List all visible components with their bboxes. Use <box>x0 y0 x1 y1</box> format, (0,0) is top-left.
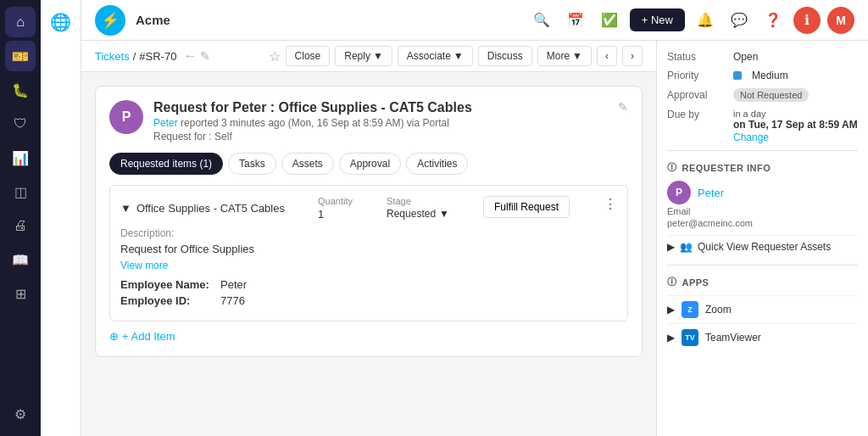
sidebar-icon-grid[interactable]: ⊞ <box>5 278 36 309</box>
item-cols: Quantity 1 Stage Requested ▼ <box>318 196 617 221</box>
requester-row: P Peter <box>667 181 858 204</box>
quantity-col: Quantity 1 <box>318 196 353 221</box>
ticket-avatar: P <box>109 100 143 134</box>
view-more-link[interactable]: View more <box>120 260 168 271</box>
due-by-row: Due by in a day on Tue, 17 Sep at 8:59 A… <box>667 109 858 143</box>
nav-chevron[interactable]: ‹ <box>597 46 617 66</box>
due-in-text: in a day <box>733 109 858 119</box>
breadcrumb-bar: Tickets / #SR-70 ← ✎ ☆ Close Reply ▼ Ass… <box>81 41 656 72</box>
stage-col: Stage Requested ▼ <box>387 196 449 220</box>
reply-chevron-icon: ▼ <box>373 50 383 62</box>
breadcrumb-tickets[interactable]: Tickets <box>95 50 130 63</box>
breadcrumb-current: #SR-70 <box>139 50 176 63</box>
search-icon[interactable]: 🔍 <box>528 7 555 34</box>
sidebar-icon-layers[interactable]: ◫ <box>5 176 36 207</box>
topbar: ⚡ Acme 🔍 📅 ✅ + New 🔔 💬 ❓ ℹ M <box>81 0 868 41</box>
sidebar-icon-print[interactable]: 🖨 <box>5 210 36 241</box>
requester-name[interactable]: Peter <box>698 187 724 199</box>
content-area: Tickets / #SR-70 ← ✎ ☆ Close Reply ▼ Ass… <box>81 41 868 436</box>
divider-1 <box>667 150 858 151</box>
main-panel: Tickets / #SR-70 ← ✎ ☆ Close Reply ▼ Ass… <box>81 41 656 436</box>
nav-chevron-right[interactable]: › <box>622 46 643 66</box>
ticket-info: Request for Peter : Office Supplies - CA… <box>153 100 608 143</box>
ticket-scroll: P Request for Peter : Office Supplies - … <box>81 72 656 436</box>
item-desc-label: Description: <box>120 227 617 239</box>
more-button[interactable]: More ▼ <box>537 46 592 66</box>
right-panel: Status Open Priority Medium Approval Not… <box>656 41 868 436</box>
zoom-app-row[interactable]: ▶ Z Zoom <box>667 295 858 323</box>
employee-id-field: Employee ID: 7776 <box>120 294 617 307</box>
approval-badge: Not Requested <box>733 88 809 102</box>
ticket-meta: Peter reported 3 minutes ago (Mon, 16 Se… <box>153 117 608 129</box>
item-card: ▼ Office Supplies - CAT5 Cables Quantity… <box>109 185 628 321</box>
bell-icon[interactable]: 🔔 <box>692 7 719 34</box>
expand-tv-icon: ▶ <box>667 332 675 344</box>
item-title: ▼ Office Supplies - CAT5 Cables <box>120 202 285 215</box>
priority-row: Priority Medium <box>667 70 858 81</box>
task-icon[interactable]: ✅ <box>596 7 623 34</box>
sidebar-icon-ticket[interactable]: 🎫 <box>5 41 36 71</box>
back-icon[interactable]: ← <box>183 48 197 64</box>
breadcrumb-separator: / <box>133 50 136 63</box>
ticket-title: Request for Peter : Office Supplies - CA… <box>153 100 608 115</box>
priority-label: Priority <box>667 70 726 81</box>
reply-button[interactable]: Reply ▼ <box>335 46 392 66</box>
item-fields: Employee Name: Peter Employee ID: 7776 <box>120 278 617 307</box>
due-date-text: on Tue, 17 Sep at 8:59 AM <box>733 119 858 131</box>
topbar-right: 🔍 📅 ✅ + New 🔔 💬 ❓ ℹ M <box>528 7 854 34</box>
tabs: Requested items (1) Tasks Assets Approva… <box>109 153 628 175</box>
breadcrumb: Tickets / #SR-70 ← ✎ <box>95 48 210 64</box>
item-more-button[interactable]: ⋮ <box>604 196 617 212</box>
new-button[interactable]: + New <box>630 8 685 31</box>
user-avatar[interactable]: M <box>827 7 854 34</box>
item-chevron-icon[interactable]: ▼ <box>120 202 131 215</box>
sidebar-icon-bug[interactable]: 🐛 <box>5 75 36 105</box>
requester-avatar: P <box>667 181 691 204</box>
ticket-card: P Request for Peter : Office Supplies - … <box>95 86 643 357</box>
teamviewer-app-row[interactable]: ▶ TV TeamViewer <box>667 323 858 351</box>
tab-assets[interactable]: Assets <box>281 153 334 175</box>
due-by-label: Due by <box>667 109 726 120</box>
sidebar-icon-home[interactable]: ⌂ <box>5 7 36 37</box>
sidebar-globe-icon[interactable]: 🌐 <box>46 7 76 37</box>
priority-value: Medium <box>752 70 788 81</box>
tab-approval[interactable]: Approval <box>339 153 401 175</box>
sidebar-second: 🌐 <box>41 0 81 436</box>
tab-requested-items[interactable]: Requested items (1) <box>109 153 223 175</box>
sidebar-icon-settings[interactable]: ⚙ <box>5 399 36 429</box>
tab-activities[interactable]: Activities <box>406 153 468 175</box>
employee-name-field: Employee Name: Peter <box>120 278 617 291</box>
breadcrumb-actions: ☆ Close Reply ▼ Associate ▼ Discuss More… <box>269 46 643 66</box>
status-row: Status Open <box>667 51 858 63</box>
star-button[interactable]: ☆ <box>269 48 281 64</box>
teamviewer-icon: TV <box>682 329 698 346</box>
sidebar-left: ⌂ 🎫 🐛 🛡 📊 ◫ 🖨 📖 ⊞ ⚙ <box>0 0 41 436</box>
associate-button[interactable]: Associate ▼ <box>398 46 473 66</box>
reporter-link[interactable]: Peter <box>153 117 178 129</box>
stage-chevron-icon[interactable]: ▼ <box>439 208 449 220</box>
help-icon[interactable]: ❓ <box>760 7 787 34</box>
discuss-button[interactable]: Discuss <box>478 46 532 66</box>
change-link[interactable]: Change <box>733 131 769 143</box>
app-name: Acme <box>136 13 170 27</box>
item-header: ▼ Office Supplies - CAT5 Cables Quantity… <box>120 196 617 221</box>
chat-icon[interactable]: 💬 <box>726 7 753 34</box>
sidebar-icon-shield[interactable]: 🛡 <box>5 109 36 139</box>
tab-tasks[interactable]: Tasks <box>228 153 276 175</box>
ticket-edit-icon[interactable]: ✎ <box>618 100 628 114</box>
edit-pencil-icon[interactable]: ✎ <box>200 49 210 63</box>
quick-view-row[interactable]: ▶ 👥 Quick View Requester Assets <box>667 235 858 258</box>
expand-arrow-icon: ▶ <box>667 241 675 253</box>
close-button[interactable]: Close <box>286 46 331 66</box>
info-icon[interactable]: ℹ <box>793 7 821 34</box>
sidebar-icon-book[interactable]: 📖 <box>5 244 36 275</box>
sidebar-icon-chart[interactable]: 📊 <box>5 143 36 173</box>
calendar-icon[interactable]: 📅 <box>562 7 589 34</box>
item-description-text: Request for Office Supplies <box>120 243 617 255</box>
associate-chevron-icon: ▼ <box>453 50 464 62</box>
app-logo: ⚡ <box>95 5 125 36</box>
fulfill-request-button[interactable]: Fulfill Request <box>483 196 570 218</box>
more-chevron-icon: ▼ <box>572 50 582 62</box>
requester-section-title: ⓘ REQUESTER INFO <box>667 161 858 174</box>
add-item-button[interactable]: ⊕ + Add Item <box>109 330 628 343</box>
